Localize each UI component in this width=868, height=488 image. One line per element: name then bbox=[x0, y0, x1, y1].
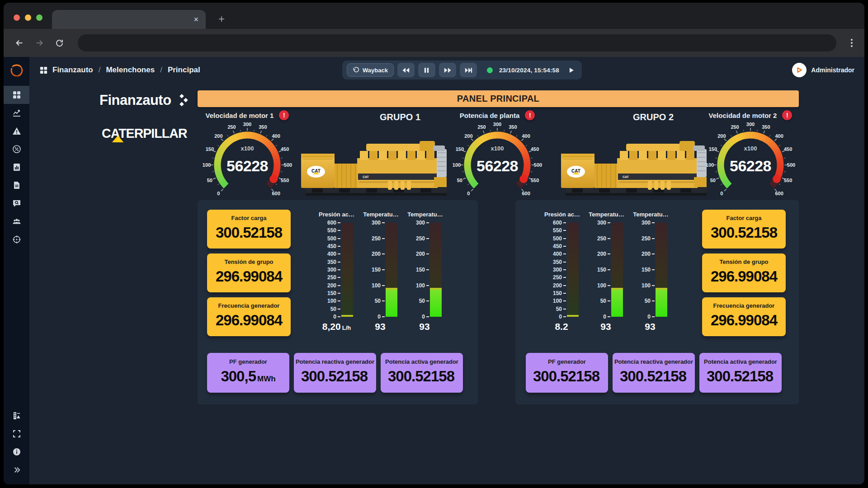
svg-text:550: 550 bbox=[531, 178, 539, 183]
svg-text:450: 450 bbox=[281, 146, 289, 152]
back-arrow-icon bbox=[14, 38, 24, 48]
browser-toolbar bbox=[4, 29, 864, 57]
stat-potencia-activa: Potencia activa generador 300.52158 bbox=[381, 353, 463, 393]
breadcrumb-grid-icon[interactable] bbox=[39, 66, 48, 75]
svg-text:200: 200 bbox=[464, 133, 472, 139]
sidebar-item-info[interactable] bbox=[4, 443, 29, 461]
sidebar-item-fullscreen[interactable] bbox=[4, 425, 29, 443]
svg-text:200: 200 bbox=[214, 133, 222, 139]
sidebar-item-dashboards[interactable] bbox=[4, 86, 29, 104]
skip-end-icon bbox=[464, 67, 472, 73]
browser-menu-button[interactable] bbox=[847, 35, 856, 51]
gauge-velocidad-motor-1: 050100150200250300350400450500550600x100… bbox=[198, 121, 297, 201]
breadcrumb-item-melenchones[interactable]: Melenchones bbox=[106, 66, 155, 75]
stat-frecuencia-generador: Frecuencia generador 296.99084 bbox=[702, 297, 786, 336]
bargauge-temperatura-1: Temperatu… 300250200150100500 93 bbox=[359, 211, 402, 332]
app-logo[interactable] bbox=[8, 61, 26, 80]
bar-axis: 600550500450400350300250200150100500 bbox=[543, 223, 566, 317]
alert-icon[interactable]: ! bbox=[782, 110, 792, 120]
svg-text:250: 250 bbox=[731, 124, 739, 130]
user-menu[interactable]: Administrador bbox=[792, 63, 854, 77]
bargauge-temperatura-1: Temperatu… 300250200150100500 93 bbox=[585, 211, 628, 332]
stat-tension-grupo: Tensión de grupo 296.99084 bbox=[207, 253, 291, 292]
svg-text:400: 400 bbox=[522, 133, 530, 139]
svg-text:550: 550 bbox=[281, 178, 289, 183]
close-window-button[interactable] bbox=[14, 14, 20, 21]
svg-text:x100: x100 bbox=[744, 145, 757, 152]
alert-icon[interactable]: ! bbox=[525, 110, 535, 120]
bargauge-temperatura-2: Temperatu… 300250200150100500 93 bbox=[629, 211, 672, 332]
info-icon bbox=[12, 447, 21, 456]
gauge-potencia-planta: 050100150200250300350400450500550600x100… bbox=[448, 121, 547, 201]
svg-text:400: 400 bbox=[272, 133, 280, 139]
sidebar-item-trends[interactable] bbox=[4, 104, 29, 122]
alert-triangle-icon bbox=[12, 127, 21, 136]
browser-titlebar: × + bbox=[4, 3, 864, 29]
svg-text:0: 0 bbox=[467, 191, 470, 196]
gauge-title: Velocidad de motor 1 bbox=[206, 112, 274, 119]
line-chart-icon bbox=[12, 108, 21, 117]
finanzauto-logo: Finanzauto bbox=[99, 92, 189, 108]
grupo-1-card: Factor carga 300.52158 Tensión de grupo … bbox=[198, 200, 478, 404]
maximize-window-button[interactable] bbox=[36, 14, 42, 21]
play-icon bbox=[569, 67, 574, 73]
sidebar bbox=[4, 57, 29, 484]
playback-timestamp: 23/10/2024, 15:54:58 bbox=[499, 67, 559, 74]
breadcrumb-separator: / bbox=[159, 66, 163, 75]
sidebar-item-report-builder[interactable] bbox=[4, 407, 29, 425]
svg-text:0: 0 bbox=[217, 191, 220, 196]
dashboard: Finanzauto CATERPILLAR PANEL PRINCIPAL V… bbox=[29, 83, 864, 484]
browser-tab[interactable]: × bbox=[52, 10, 206, 29]
svg-text:450: 450 bbox=[531, 146, 539, 152]
svg-text:500: 500 bbox=[787, 162, 795, 168]
svg-text:x100: x100 bbox=[491, 145, 504, 152]
bar-report-icon bbox=[12, 163, 21, 172]
breadcrumb-item-finanzauto[interactable]: Finanzauto bbox=[52, 66, 93, 75]
sidebar-item-users[interactable] bbox=[4, 212, 29, 230]
stat-pf-generador: PF generador 300,5MWh bbox=[207, 353, 289, 393]
sidebar-item-reports[interactable] bbox=[4, 158, 29, 176]
bar-track bbox=[611, 223, 623, 317]
fast-forward-icon bbox=[443, 67, 452, 73]
users-icon bbox=[12, 217, 21, 226]
finanzauto-diamond-icon bbox=[175, 94, 189, 107]
sidebar-collapse-button[interactable] bbox=[4, 461, 29, 479]
svg-text:550: 550 bbox=[784, 178, 792, 183]
back-button[interactable] bbox=[12, 35, 27, 51]
tab-close-icon[interactable]: × bbox=[193, 15, 198, 23]
sidebar-item-annotations[interactable] bbox=[4, 194, 29, 212]
new-tab-button[interactable]: + bbox=[214, 12, 229, 26]
breadcrumb-item-principal[interactable]: Principal bbox=[168, 66, 200, 75]
bargauge-presion-aceite: Presión ac… 6005505004504003503002502001… bbox=[541, 211, 584, 332]
bar-track bbox=[341, 223, 353, 317]
panel-title: PANEL PRINCIPAL bbox=[457, 94, 539, 104]
reload-button[interactable] bbox=[52, 35, 67, 51]
pause-button[interactable] bbox=[418, 63, 435, 77]
rewind-button[interactable] bbox=[397, 63, 415, 77]
svg-text:x100: x100 bbox=[241, 145, 254, 152]
minimize-window-button[interactable] bbox=[25, 14, 31, 21]
svg-text:300: 300 bbox=[746, 122, 755, 127]
gauge-panel-velocidad-motor-1: Velocidad de motor 1 ! 05010015020025030… bbox=[198, 109, 297, 201]
forward-button[interactable] bbox=[32, 35, 47, 51]
sidebar-item-network[interactable] bbox=[4, 230, 29, 249]
gauge-title: Velocidad de motor 2 bbox=[709, 112, 777, 119]
svg-text:0: 0 bbox=[720, 191, 723, 196]
grupo-1-title: GRUPO 1 bbox=[355, 112, 445, 122]
report-builder-icon bbox=[12, 411, 21, 420]
sidebar-item-alarms[interactable] bbox=[4, 122, 29, 140]
stat-factor-carga: Factor carga 300.52158 bbox=[702, 210, 786, 249]
bar-axis: 300250200150100500 bbox=[406, 223, 429, 317]
bar-axis: 300250200150100500 bbox=[632, 223, 655, 317]
sidebar-item-kpi[interactable] bbox=[4, 140, 29, 158]
address-bar[interactable] bbox=[78, 34, 836, 52]
sidebar-item-documents[interactable] bbox=[4, 176, 29, 194]
alert-icon[interactable]: ! bbox=[279, 110, 289, 120]
playback-bar: Wayback 23/10/2024, 15:54:58 bbox=[342, 61, 582, 80]
fast-forward-button[interactable] bbox=[439, 63, 456, 77]
stat-factor-carga: Factor carga 300.52158 bbox=[207, 210, 291, 249]
skip-to-end-button[interactable] bbox=[460, 63, 477, 77]
wayback-button[interactable]: Wayback bbox=[347, 63, 394, 77]
svg-text:100: 100 bbox=[203, 162, 211, 168]
play-button[interactable] bbox=[566, 63, 577, 77]
